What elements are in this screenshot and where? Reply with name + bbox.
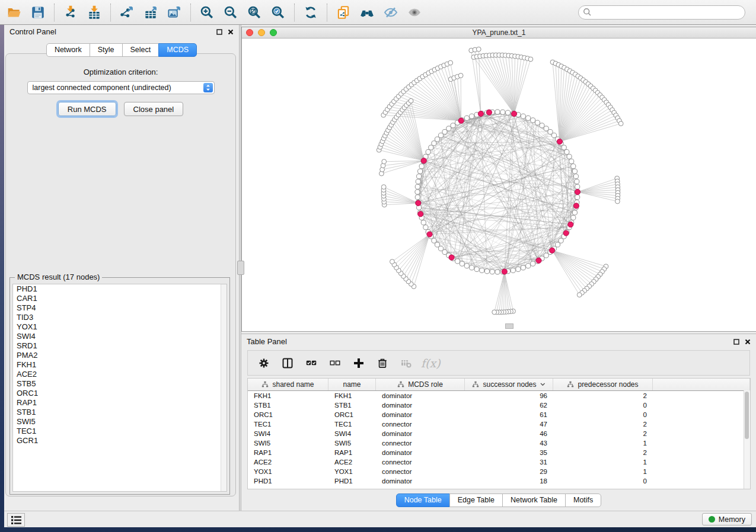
mcds-result-item[interactable]: RAP1: [13, 398, 227, 408]
mcds-result-item[interactable]: SWI5: [13, 417, 227, 427]
table-settings-button[interactable]: [259, 358, 269, 368]
table-row[interactable]: FKH1FKH1dominator962: [248, 391, 750, 400]
mcds-result-item[interactable]: GCR1: [13, 436, 227, 446]
toolbar-separator: [110, 4, 111, 21]
export-image-button[interactable]: [162, 2, 186, 23]
mcds-result-item[interactable]: ORC1: [13, 389, 227, 398]
result-list-scrollbar[interactable]: [221, 284, 227, 491]
column-header-mcds-role[interactable]: MCDS role: [376, 379, 465, 390]
table-row[interactable]: RAP1RAP1dominator352: [248, 448, 750, 457]
hide-selected-button[interactable]: [379, 2, 403, 23]
criterion-selected-value: largest connected component (undirected): [33, 84, 171, 92]
network-resize-handle[interactable]: [505, 323, 513, 329]
import-network-button[interactable]: [59, 2, 82, 23]
table-row[interactable]: SWI5SWI5connector431: [248, 438, 750, 448]
close-panel-button[interactable]: Close panel: [124, 102, 184, 116]
network-window-titlebar[interactable]: YPA_prune.txt_1: [242, 27, 756, 39]
mcds-result-item[interactable]: TID3: [13, 313, 227, 322]
cell-name: YOX1: [328, 468, 376, 475]
zoom-fit-button[interactable]: [243, 2, 266, 23]
table-scrollbar[interactable]: [744, 390, 750, 489]
select-spinner-icon: [203, 83, 213, 92]
float-table-panel-icon[interactable]: [733, 339, 739, 345]
tab-edge-table[interactable]: Edge Table: [449, 493, 503, 507]
mcds-result-item[interactable]: FKH1: [13, 360, 227, 370]
create-column-button[interactable]: [353, 358, 364, 368]
open-file-button[interactable]: [2, 2, 26, 23]
mcds-result-item[interactable]: SRD1: [13, 341, 227, 351]
column-label: predecessor nodes: [578, 380, 638, 389]
shared-column-icon: [397, 381, 404, 388]
mcds-result-item[interactable]: ACE2: [13, 370, 227, 379]
show-all-button[interactable]: [403, 2, 426, 23]
export-network-icon: [119, 5, 135, 20]
refresh-layout-button[interactable]: [299, 2, 323, 23]
first-neighbors-button[interactable]: [355, 2, 379, 23]
zoom-in-button[interactable]: [195, 2, 219, 23]
export-table-button[interactable]: [139, 2, 162, 23]
table-row[interactable]: STB1STB1dominator620: [248, 400, 750, 410]
column-header-successor-nodes[interactable]: successor nodes: [465, 379, 553, 390]
tab-network-table[interactable]: Network Table: [502, 493, 566, 507]
mcds-result-item[interactable]: CAR1: [13, 294, 227, 303]
zoom-selected-button[interactable]: [266, 2, 290, 23]
column-label: MCDS role: [408, 380, 443, 389]
table-scrollbar-thumb[interactable]: [745, 392, 749, 439]
table-toolbar: f(x): [247, 350, 750, 376]
clone-network-button[interactable]: [331, 2, 355, 23]
mcds-result-item[interactable]: STP4: [13, 303, 227, 313]
table-row[interactable]: SWI4SWI4dominator462: [248, 429, 750, 438]
splitter-handle[interactable]: [237, 261, 244, 275]
network-canvas[interactable]: [242, 39, 755, 331]
column-header-shared-name[interactable]: shared name: [248, 379, 328, 390]
close-window-icon[interactable]: [246, 29, 253, 36]
search-field-wrap: [578, 5, 745, 20]
mcds-result-item[interactable]: YOX1: [13, 322, 227, 332]
table-row[interactable]: ORC1ORC1dominator610: [248, 410, 750, 419]
mcds-result-item[interactable]: STB5: [13, 379, 227, 389]
tab-style[interactable]: Style: [90, 43, 123, 57]
table-row[interactable]: TEC1TEC1connector472: [248, 419, 750, 429]
import-table-button[interactable]: [82, 2, 106, 23]
optimization-criterion-select[interactable]: largest connected component (undirected): [27, 81, 215, 94]
tab-node-table[interactable]: Node Table: [396, 493, 450, 507]
show-column-button[interactable]: [282, 358, 293, 368]
mcds-result-item[interactable]: PMA2: [13, 351, 227, 360]
close-panel-icon[interactable]: [228, 29, 234, 35]
memory-button[interactable]: Memory: [702, 513, 752, 525]
tab-mcds[interactable]: MCDS: [158, 43, 197, 57]
minimize-window-icon[interactable]: [258, 29, 265, 36]
export-network-button[interactable]: [115, 2, 139, 23]
tab-motifs[interactable]: Motifs: [565, 493, 601, 507]
cell-name: ORC1: [328, 411, 376, 418]
table-row[interactable]: ACE2ACE2connector311: [248, 457, 750, 467]
save-session-button[interactable]: [26, 2, 50, 23]
tab-network[interactable]: Network: [46, 43, 90, 57]
float-panel-icon[interactable]: [216, 29, 222, 35]
cell-mcds-role: connector: [376, 468, 465, 475]
tab-select[interactable]: Select: [122, 43, 160, 57]
zoom-out-button[interactable]: [219, 2, 243, 23]
memory-label: Memory: [719, 515, 745, 524]
close-table-panel-icon[interactable]: [745, 339, 751, 345]
mcds-result-item[interactable]: PHD1: [13, 284, 227, 294]
zoom-selected-icon: [270, 5, 286, 20]
deselect-all-button[interactable]: [330, 358, 340, 368]
column-header-predecessor-nodes[interactable]: predecessor nodes: [553, 379, 653, 390]
search-input[interactable]: [578, 5, 745, 20]
mcds-result-item[interactable]: TEC1: [13, 427, 227, 436]
zoom-fit-icon: [247, 5, 262, 20]
maximize-window-icon[interactable]: [270, 29, 277, 36]
run-mcds-button[interactable]: Run MCDS: [58, 102, 116, 116]
mcds-result-item[interactable]: STB1: [13, 408, 227, 417]
delete-column-button[interactable]: [377, 358, 388, 368]
table-row[interactable]: PHD1PHD1dominator180: [248, 476, 750, 486]
select-all-button[interactable]: [306, 358, 317, 368]
shared-column-icon: [472, 381, 479, 388]
table-row[interactable]: YOX1YOX1connector291: [248, 467, 750, 476]
column-header-name[interactable]: name: [328, 379, 376, 390]
cell-predecessor-nodes: 2: [553, 430, 653, 437]
task-history-button[interactable]: [7, 513, 25, 527]
panel-splitter[interactable]: [239, 24, 241, 511]
mcds-result-item[interactable]: SWI4: [13, 332, 227, 341]
